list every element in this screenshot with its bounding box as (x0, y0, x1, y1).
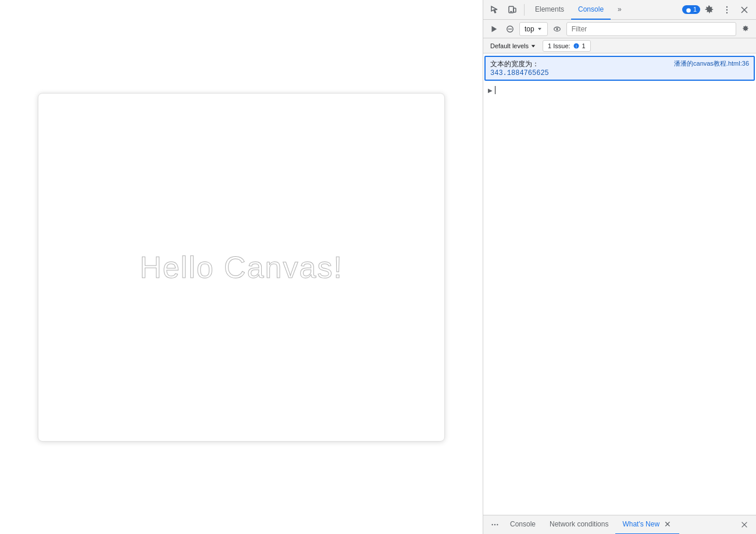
context-label: top (525, 25, 534, 33)
settings-button[interactable] (701, 2, 718, 18)
svg-point-14 (556, 28, 558, 30)
console-message-highlighted: 文本的宽度为： 343.1884765625 潘潘的canvas教程.html:… (484, 56, 755, 81)
tab-console[interactable]: Console (571, 0, 611, 20)
devtools-tabs: Elements Console » (528, 0, 681, 20)
bottom-tab-whats-new[interactable]: What's New ✕ (615, 515, 679, 535)
bottom-tab-console[interactable]: Console (503, 515, 543, 535)
inspect-element-button[interactable] (487, 2, 503, 18)
devtools-console-toolbar: top (483, 20, 756, 38)
default-levels-button[interactable]: Default levels (488, 41, 538, 51)
console-settings-button[interactable] (739, 22, 753, 36)
svg-point-4 (726, 6, 728, 7)
notifications-badge: 1 (682, 5, 700, 13)
devtools-bottom-bar: Console Network conditions What's New ✕ (483, 515, 756, 534)
devtools-top-toolbar: Elements Console » 1 (483, 0, 756, 20)
svg-point-18 (491, 524, 493, 525)
svg-point-6 (726, 12, 728, 13)
bottom-close-button[interactable] (736, 517, 753, 533)
filter-input[interactable] (566, 22, 736, 36)
context-dropdown[interactable]: top (519, 22, 548, 36)
devtools-close-button[interactable] (736, 2, 753, 18)
bottom-more-button[interactable] (487, 517, 503, 533)
issues-count: 1 (582, 42, 586, 49)
tab-elements[interactable]: Elements (528, 0, 571, 20)
console-message-number: 343.1884765625 (490, 69, 665, 77)
svg-point-20 (497, 524, 498, 525)
bottom-tab-network-conditions[interactable]: Network conditions (543, 515, 615, 535)
bottom-console-label: Console (510, 520, 536, 528)
bottom-tab-close-icon[interactable]: ✕ (663, 519, 672, 529)
svg-rect-1 (513, 8, 516, 12)
svg-point-3 (686, 8, 691, 13)
run-expression-button[interactable] (487, 22, 501, 36)
bottom-whats-new-label: What's New (622, 520, 659, 528)
toolbar-separator (524, 4, 525, 16)
svg-marker-12 (538, 28, 541, 30)
console-cursor (495, 86, 495, 94)
issues-badge[interactable]: 1 Issue: i 1 (543, 40, 591, 52)
svg-marker-9 (492, 26, 497, 32)
expand-arrow-icon[interactable]: ▶ (488, 87, 493, 94)
console-message-text: 文本的宽度为： (490, 59, 665, 69)
canvas-hello-text: Hello Canvas! (140, 250, 343, 285)
console-message-content: 文本的宽度为： 343.1884765625 (486, 57, 669, 80)
browser-content: Hello Canvas! (0, 0, 483, 534)
toolbar-right-icons: 1 (682, 2, 753, 18)
svg-point-5 (726, 9, 728, 10)
issues-label: 1 Issue: (548, 42, 570, 49)
default-levels-label: Default levels (490, 42, 529, 49)
canvas-area: Hello Canvas! (38, 93, 445, 442)
clear-console-button[interactable] (503, 22, 517, 36)
bottom-network-label: Network conditions (550, 520, 608, 528)
console-prompt-row: ▶ (483, 83, 756, 97)
console-output-area: 文本的宽度为： 343.1884765625 潘潘的canvas教程.html:… (483, 53, 756, 515)
svg-point-19 (494, 524, 495, 525)
eye-button[interactable] (550, 22, 564, 36)
devtools-panel: Elements Console » 1 (483, 0, 756, 534)
device-toggle-button[interactable] (504, 2, 520, 18)
more-options-button[interactable] (719, 2, 735, 18)
devtools-levels-toolbar: Default levels 1 Issue: i 1 (483, 38, 756, 53)
svg-marker-15 (532, 45, 535, 47)
console-source-link[interactable]: 潘潘的canvas教程.html:36 (669, 57, 754, 70)
tab-more[interactable]: » (611, 0, 629, 20)
